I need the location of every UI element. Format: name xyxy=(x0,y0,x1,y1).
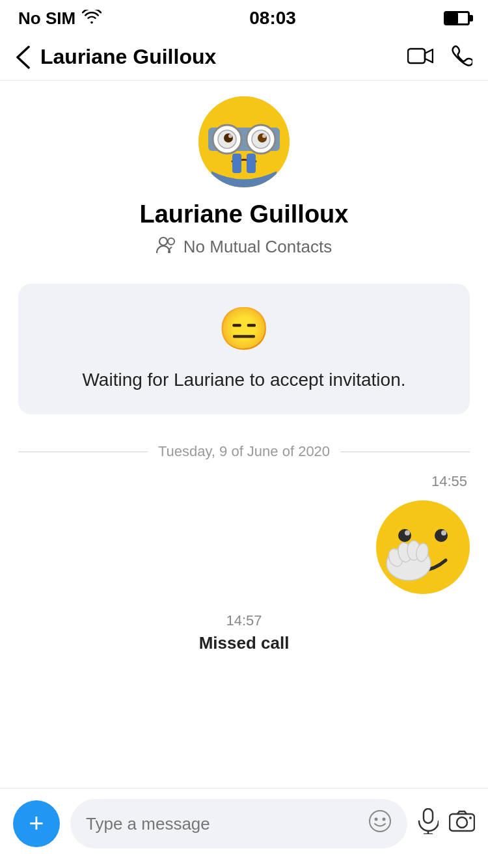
svg-point-32 xyxy=(457,817,467,828)
svg-point-33 xyxy=(469,817,472,819)
camera-icon[interactable] xyxy=(449,810,475,837)
status-time: 08:03 xyxy=(249,8,296,29)
svg-point-14 xyxy=(168,238,174,245)
sent-sticker xyxy=(13,495,475,599)
bottom-input-bar: + xyxy=(0,788,488,868)
nav-icons xyxy=(407,45,472,70)
message-input[interactable] xyxy=(86,814,358,834)
svg-point-26 xyxy=(375,818,378,821)
invitation-card: 😑 Waiting for Lauriane to accept invitat… xyxy=(18,284,470,414)
chat-title: Lauriane Guilloux xyxy=(40,45,407,69)
video-call-icon[interactable] xyxy=(407,47,433,68)
svg-point-25 xyxy=(370,811,390,832)
svg-rect-12 xyxy=(247,154,256,173)
battery-icon xyxy=(444,11,470,25)
status-bar: No SIM 08:03 xyxy=(0,0,488,34)
profile-section: Lauriane Guilloux No Mutual Contacts xyxy=(0,81,488,268)
plus-icon: + xyxy=(29,810,44,836)
svg-point-13 xyxy=(159,237,167,245)
date-label: Tuesday, 9 of June of 2020 xyxy=(158,443,330,460)
wifi-icon xyxy=(82,8,102,29)
status-right xyxy=(444,11,470,25)
sticker-svg xyxy=(371,495,475,599)
separator-line-right xyxy=(340,452,470,452)
add-media-button[interactable]: + xyxy=(13,800,60,847)
sleepy-emoji: 😑 xyxy=(218,305,270,353)
call-info: 14:57 Missed call xyxy=(13,612,475,653)
date-separator: Tuesday, 9 of June of 2020 xyxy=(0,430,488,473)
separator-line-left xyxy=(18,452,148,452)
call-event-time: 14:57 xyxy=(13,612,475,629)
svg-rect-0 xyxy=(408,49,425,63)
svg-point-18 xyxy=(435,529,448,542)
carrier-label: No SIM xyxy=(18,8,75,29)
microphone-icon[interactable] xyxy=(418,808,439,839)
people-icon xyxy=(156,236,177,258)
svg-point-16 xyxy=(398,529,411,542)
messages-area: 14:55 14:57 Missed call xyxy=(0,473,488,653)
svg-point-19 xyxy=(441,530,446,536)
mutual-contacts-label: No Mutual Contacts xyxy=(183,237,332,257)
svg-point-6 xyxy=(228,134,232,138)
message-input-wrap[interactable] xyxy=(70,799,407,848)
back-button[interactable] xyxy=(16,46,30,69)
message-time: 14:55 xyxy=(13,473,475,490)
svg-point-10 xyxy=(262,134,266,138)
svg-point-27 xyxy=(383,818,386,821)
svg-point-17 xyxy=(405,530,410,536)
invitation-text: Waiting for Lauriane to accept invitatio… xyxy=(82,366,405,394)
mutual-contacts: No Mutual Contacts xyxy=(156,236,332,258)
emoji-picker-icon[interactable] xyxy=(368,809,392,838)
svg-rect-11 xyxy=(232,154,241,173)
avatar xyxy=(198,96,290,187)
status-left: No SIM xyxy=(18,8,102,29)
phone-call-icon[interactable] xyxy=(452,45,472,70)
nav-bar: Lauriane Guilloux xyxy=(0,34,488,81)
missed-call-label: Missed call xyxy=(13,633,475,653)
profile-name: Lauriane Guilloux xyxy=(140,200,349,228)
svg-rect-28 xyxy=(424,809,433,823)
